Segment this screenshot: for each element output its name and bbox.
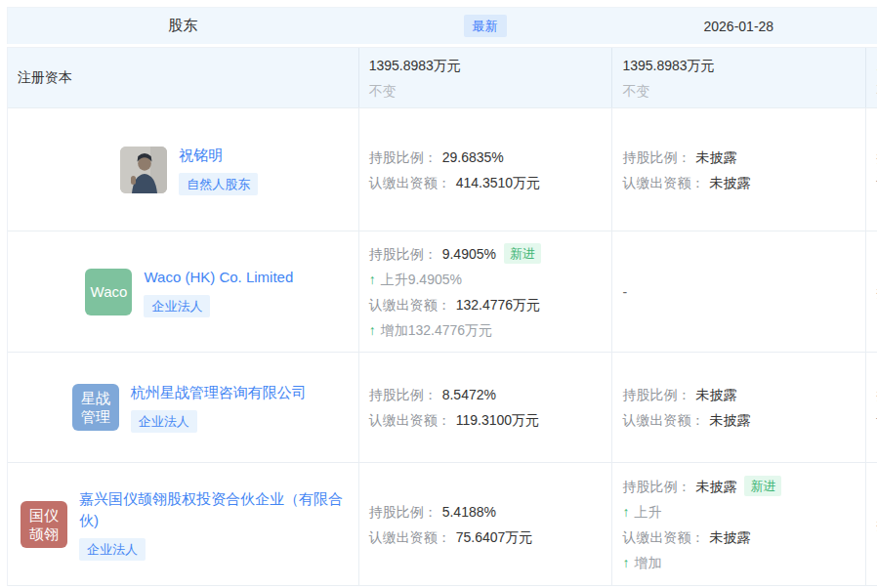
ratio-value: 8.5472% [442, 382, 496, 407]
capital-change: 不变 [622, 78, 865, 104]
amount-value: 119.3100万元 [456, 407, 539, 433]
partial-data-cell: 持股比例： [865, 231, 877, 352]
up-arrow-icon: ↑ [369, 267, 376, 292]
empty-dash: - [622, 279, 865, 305]
amount-change: 增加 [634, 550, 661, 575]
new-entry-badge: 新进 [744, 476, 781, 496]
dated-data-cell: 持股比例：未披露 认缴出资额：未披露 [611, 108, 865, 231]
shareholder-row: 祝铭明 自然人股东 持股比例：29.6835% 认缴出资额：414.3510万元… [8, 108, 877, 231]
partial-data-cell: 持股比例： 认缴出资额： [865, 108, 877, 231]
latest-badge: 最新 [464, 15, 507, 37]
company-avatar[interactable]: 星战 管理 [72, 384, 119, 431]
latest-data-cell: 持股比例：5.4188% 认缴出资额：75.6407万元 [358, 463, 612, 585]
header-row: 股东 最新 2026-01-28 [7, 7, 877, 44]
partial-data-cell: 持股比例： [865, 463, 877, 585]
shareholder-name-link[interactable]: 祝铭明 [179, 145, 223, 166]
company-avatar[interactable]: Waco [85, 269, 132, 315]
latest-data-cell: 持股比例： 9.4905% 新进 ↑上升9.4905% 认缴出资额：132.47… [358, 231, 612, 352]
name-block: 杭州星战管理咨询有限公司 企业法人 [131, 382, 307, 433]
shareholder-type-tag: 企业法人 [79, 538, 146, 561]
ratio-change: 上升 [634, 499, 661, 525]
ratio-label: 持股比例： [622, 382, 690, 407]
dated-data-cell: - [611, 231, 865, 352]
avatar-text: 国仪 [29, 506, 59, 525]
capital-value: 1395.8983万元 [369, 53, 612, 78]
ratio-label: 持股比例： [622, 474, 690, 499]
amount-label: 认缴出资额： [622, 170, 704, 195]
capital-partial-cell: 1395.8983万元 不变 [865, 48, 877, 107]
up-arrow-icon: ↑ [622, 499, 629, 525]
amount-value: 未披露 [709, 525, 750, 550]
amount-value: 132.4776万元 [456, 292, 540, 317]
partial-column-header [865, 8, 877, 44]
amount-label: 认缴出资额： [622, 525, 704, 550]
shareholder-column-header: 股东 [8, 8, 358, 44]
partial-data-cell: 持股比例： 认缴出资额： [865, 353, 877, 462]
ratio-label: 持股比例： [369, 241, 438, 267]
avatar-text: 颉翎 [29, 525, 59, 543]
latest-column-header: 最新 [358, 8, 612, 44]
amount-value: 75.6407万元 [456, 525, 533, 550]
person-avatar[interactable] [120, 147, 167, 193]
amount-value: 414.3510万元 [456, 170, 540, 195]
ratio-change: 上升9.4905% [381, 267, 462, 292]
up-arrow-icon: ↑ [622, 550, 629, 575]
amount-label: 认缴出资额： [369, 292, 451, 317]
ratio-value: 未披露 [695, 145, 736, 170]
latest-data-cell: 持股比例：29.6835% 认缴出资额：414.3510万元 [358, 108, 612, 231]
amount-label: 认缴出资额： [622, 407, 704, 433]
shareholder-type-tag: 企业法人 [131, 410, 197, 433]
dated-data-cell: 持股比例： 未披露 新进 ↑上升 认缴出资额：未披露 ↑增加 [611, 463, 865, 585]
amount-change: 增加132.4776万元 [381, 317, 492, 343]
shareholder-type-tag: 自然人股东 [179, 173, 258, 195]
shareholder-name-cell: 国仪 颉翎 嘉兴国仪颉翎股权投资合伙企业（有限合伙) 企业法人 [8, 463, 358, 585]
amount-label: 认缴出资额： [369, 170, 451, 195]
capital-value: 1395.8983万元 [622, 53, 865, 78]
amount-value: 未披露 [709, 170, 750, 195]
ratio-value: 未披露 [695, 474, 736, 499]
shareholder-name-cell: Waco Waco (HK) Co. Limited 企业法人 [8, 231, 358, 352]
registered-capital-label: 注册资本 [8, 48, 358, 107]
shareholder-row: 星战 管理 杭州星战管理咨询有限公司 企业法人 持股比例：8.5472% 认缴出… [8, 353, 877, 463]
shareholder-type-tag: 企业法人 [144, 295, 210, 317]
shareholder-name-cell: 星战 管理 杭州星战管理咨询有限公司 企业法人 [8, 353, 358, 462]
name-block: Waco (HK) Co. Limited 企业法人 [144, 267, 293, 317]
shareholder-name-cell: 祝铭明 自然人股东 [8, 108, 358, 231]
person-photo-icon [120, 147, 167, 193]
ratio-label: 持股比例： [369, 145, 438, 170]
shareholder-name-link[interactable]: 杭州星战管理咨询有限公司 [131, 382, 307, 403]
shareholder-row: Waco Waco (HK) Co. Limited 企业法人 持股比例： 9.… [8, 231, 877, 353]
avatar-text: Waco [91, 282, 128, 301]
capital-dated-cell: 1395.8983万元 不变 [611, 48, 865, 107]
shareholder-comparison-page: { "header": { "shareholder_col": "股东", "… [0, 0, 877, 588]
table-body: 注册资本 1395.8983万元 不变 1395.8983万元 不变 1395.… [7, 47, 877, 586]
dated-data-cell: 持股比例：未披露 认缴出资额：未披露 [611, 353, 865, 462]
shareholder-comparison-table: 股东 最新 2026-01-28 注册资本 1395.8983万元 不变 139… [7, 7, 877, 586]
capital-latest-cell: 1395.8983万元 不变 [358, 48, 612, 107]
latest-data-cell: 持股比例：8.5472% 认缴出资额：119.3100万元 [358, 353, 612, 462]
ratio-value: 29.6835% [442, 145, 504, 170]
shareholder-name-link[interactable]: Waco (HK) Co. Limited [144, 267, 293, 288]
ratio-label: 持股比例： [369, 382, 438, 407]
shareholder-name-link[interactable]: 嘉兴国仪颉翎股权投资合伙企业（有限合伙) [79, 488, 358, 531]
capital-change: 不变 [369, 78, 612, 104]
date-column-header: 2026-01-28 [611, 8, 865, 44]
amount-label: 认缴出资额： [369, 525, 451, 550]
avatar-text: 管理 [81, 407, 110, 426]
registered-capital-row: 注册资本 1395.8983万元 不变 1395.8983万元 不变 1395.… [8, 48, 877, 108]
amount-value: 未披露 [709, 407, 750, 433]
ratio-label: 持股比例： [622, 145, 690, 170]
new-entry-badge: 新进 [504, 243, 541, 264]
ratio-value: 9.4905% [442, 241, 496, 267]
name-block: 嘉兴国仪颉翎股权投资合伙企业（有限合伙) 企业法人 [79, 488, 358, 561]
ratio-value: 未披露 [695, 382, 736, 407]
amount-label: 认缴出资额： [369, 407, 451, 433]
ratio-value: 5.4188% [442, 499, 496, 525]
shareholder-row: 国仪 颉翎 嘉兴国仪颉翎股权投资合伙企业（有限合伙) 企业法人 持股比例：5.4… [8, 463, 877, 586]
avatar-text: 星战 [81, 389, 110, 407]
up-arrow-icon: ↑ [369, 317, 376, 343]
name-block: 祝铭明 自然人股东 [179, 145, 258, 195]
ratio-label: 持股比例： [369, 499, 438, 525]
company-avatar[interactable]: 国仪 颉翎 [21, 501, 67, 548]
